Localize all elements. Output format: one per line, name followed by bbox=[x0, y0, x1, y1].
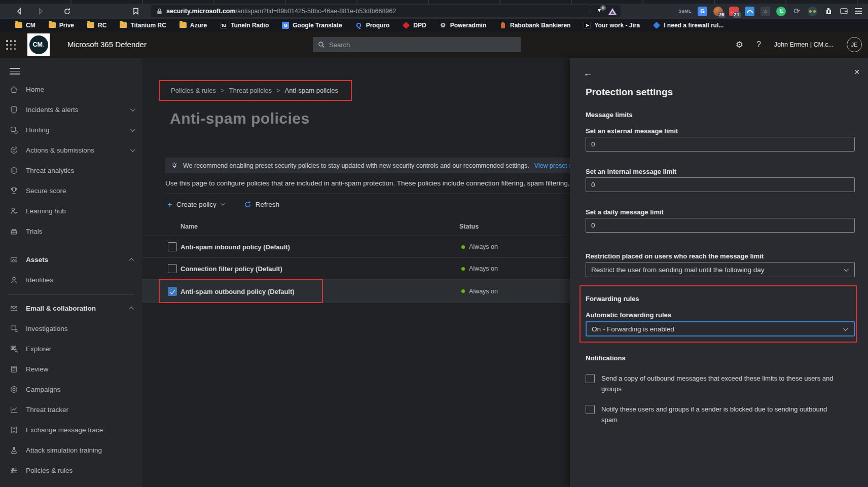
avatar[interactable]: JE bbox=[847, 37, 862, 52]
send-copy-checkbox[interactable] bbox=[586, 374, 595, 383]
column-header-name[interactable]: Name bbox=[180, 223, 198, 230]
panel-back-button[interactable]: ← bbox=[583, 68, 593, 79]
breadcrumb-policies-rules[interactable]: Policies & rules bbox=[171, 87, 216, 94]
sidebar-item-home[interactable]: Home bbox=[0, 80, 142, 100]
sidebar-item-campaigns[interactable]: Campaigns bbox=[0, 380, 142, 400]
daily-limit-label: Set a daily message limit bbox=[586, 208, 664, 216]
sidebar-item-explorer[interactable]: Explorer bbox=[0, 339, 142, 359]
notify-users-checkbox[interactable] bbox=[586, 405, 595, 414]
status-badge: Always on bbox=[461, 243, 498, 250]
bookmark-rc[interactable]: RC bbox=[87, 22, 106, 29]
wallet-icon[interactable] bbox=[839, 7, 849, 16]
translate-extension-icon[interactable]: G bbox=[698, 7, 707, 16]
browser-forward-button[interactable] bbox=[34, 5, 47, 17]
table-header: Name Status bbox=[142, 218, 570, 236]
screenshot-extension-icon[interactable]: ☆ bbox=[761, 7, 770, 16]
bookmark-azure[interactable]: Azure bbox=[179, 22, 207, 29]
table-row-anti-spam-inbound[interactable]: Anti-spam inbound policy (Default) Alway… bbox=[142, 236, 570, 258]
sidebar-item-actions-submissions[interactable]: Actions & submissions bbox=[0, 140, 142, 161]
shield-alert-icon bbox=[10, 105, 18, 114]
daily-limit-input[interactable] bbox=[586, 218, 855, 233]
browser-tab-strip[interactable] bbox=[0, 0, 868, 4]
puzzle-icon bbox=[824, 7, 833, 15]
bookmark-cm[interactable]: CM bbox=[15, 22, 35, 29]
sidebar-item-secure-score[interactable]: Secure score bbox=[0, 181, 142, 201]
screen: security.microsoft.com/antispam?tid=89b0… bbox=[0, 0, 868, 487]
refresh-button[interactable]: Refresh bbox=[244, 201, 279, 208]
bookmark-prive[interactable]: Prive bbox=[49, 22, 74, 29]
help-icon[interactable]: ? bbox=[756, 40, 761, 49]
bookmark-google-translate[interactable]: GGoogle Translate bbox=[282, 22, 342, 29]
bookmark-titanium-rc[interactable]: Titanium RC bbox=[120, 22, 166, 29]
restriction-select[interactable]: Restrict the user from sending mail unti… bbox=[586, 262, 855, 277]
translate-favicon: G bbox=[282, 22, 289, 29]
row-checkbox[interactable] bbox=[168, 242, 177, 251]
sidebar-section-assets[interactable]: Assets bbox=[0, 250, 142, 270]
breadcrumb-threat-policies[interactable]: Threat policies bbox=[229, 87, 272, 94]
green-sync-extension-icon[interactable]: ⇅ bbox=[776, 7, 786, 16]
sidebar-item-hunting[interactable]: Hunting bbox=[0, 120, 142, 140]
review-icon bbox=[10, 365, 18, 373]
sidebar-item-threat-tracker[interactable]: Threat tracker bbox=[0, 400, 142, 420]
folder-icon bbox=[87, 22, 94, 28]
bookmark-tunein[interactable]: tuTuneIn Radio bbox=[220, 22, 269, 29]
brave-rewards-icon[interactable] bbox=[608, 8, 617, 15]
row-checkbox-checked[interactable] bbox=[168, 287, 177, 296]
table-row-anti-spam-outbound[interactable]: Anti-spam outbound policy (Default) Alwa… bbox=[142, 280, 570, 303]
row-checkbox[interactable] bbox=[168, 264, 177, 273]
blue-extension-icon[interactable] bbox=[745, 7, 754, 16]
jira-work-favicon: ➤ bbox=[584, 22, 591, 29]
sidebar-item-policies-rules[interactable]: Policies & rules bbox=[0, 461, 142, 481]
browser-reload-button[interactable] bbox=[61, 5, 73, 17]
privacy-mask-extension-icon[interactable] bbox=[808, 7, 817, 16]
table-row-connection-filter[interactable]: Connection filter policy (Default) Alway… bbox=[142, 258, 570, 280]
back-icon bbox=[16, 8, 23, 15]
chevron-down-icon bbox=[130, 147, 135, 152]
sidebar-item-identities[interactable]: Identities bbox=[0, 270, 142, 290]
sidebar-item-investigations[interactable]: Investigations bbox=[0, 319, 142, 339]
app-header: CM. Microsoft 365 Defender Search ⚙ ? Jo… bbox=[0, 31, 868, 58]
panel-close-button[interactable]: ✕ bbox=[854, 68, 860, 76]
threat-tracker-icon bbox=[10, 405, 18, 414]
bookmark-firewall-rule[interactable]: I need a firewall rul... bbox=[653, 22, 724, 29]
red-dots-extension-icon[interactable]: ... 21 bbox=[729, 7, 739, 16]
bookmark-dpd[interactable]: DPD bbox=[403, 22, 426, 29]
sidebar-item-threat-analytics[interactable]: Threat analytics bbox=[0, 161, 142, 181]
column-header-status[interactable]: Status bbox=[459, 223, 479, 230]
saml-extension-icon[interactable]: SaML bbox=[678, 9, 692, 14]
hunting-icon bbox=[10, 126, 18, 134]
account-label[interactable]: John Ermen | CM.c... bbox=[774, 41, 834, 48]
folder-icon bbox=[179, 22, 187, 28]
sidebar-item-trials[interactable]: Trials bbox=[0, 221, 142, 242]
view-preset-security-link[interactable]: View preset security policies bbox=[534, 162, 570, 169]
address-bar[interactable]: security.microsoft.com/antispam?tid=89b0… bbox=[151, 5, 621, 17]
bookmark-poweradmin[interactable]: ⚙Poweradmin bbox=[440, 22, 486, 29]
internal-limit-input[interactable] bbox=[586, 177, 855, 192]
nav-collapse-icon[interactable] bbox=[10, 68, 20, 74]
sidebar-item-attack-simulation-training[interactable]: Attack simulation training bbox=[0, 440, 142, 461]
sidebar-item-review[interactable]: Review bbox=[0, 359, 142, 380]
sidebar-item-exchange-message-trace[interactable]: Exchange message trace bbox=[0, 420, 142, 440]
folder-icon bbox=[120, 22, 127, 28]
restriction-label: Restriction placed on users who reach th… bbox=[586, 252, 764, 260]
bookmark-jira-work[interactable]: ➤Your work - Jira bbox=[584, 22, 640, 29]
sync-extension-icon[interactable]: ⟳ bbox=[792, 7, 802, 16]
bookmark-this-page-button[interactable] bbox=[130, 5, 142, 17]
automatic-forwarding-select[interactable]: On - Forwarding is enabled bbox=[586, 321, 855, 336]
app-launcher-waffle-icon[interactable] bbox=[6, 40, 16, 50]
brave-shield-icon[interactable]: 6 bbox=[595, 7, 603, 16]
bookmark-proquro[interactable]: QProquro bbox=[355, 22, 390, 29]
sidebar-item-learning-hub[interactable]: Learning hub bbox=[0, 201, 142, 221]
browser-menu-icon[interactable] bbox=[855, 8, 862, 14]
sidebar-section-email-collaboration[interactable]: Email & collaboration bbox=[0, 298, 142, 319]
bookmark-rabobank[interactable]: Rabobank Bankieren bbox=[499, 22, 570, 29]
extensions-puzzle-icon[interactable] bbox=[823, 7, 833, 16]
global-search-input[interactable]: Search bbox=[313, 37, 521, 52]
create-policy-button[interactable]: + Create policy bbox=[167, 200, 224, 209]
sidebar-item-incidents-alerts[interactable]: Incidents & alerts bbox=[0, 100, 142, 120]
settings-gear-icon[interactable]: ⚙ bbox=[736, 40, 743, 50]
browser-back-button[interactable] bbox=[13, 5, 25, 17]
left-nav: Home Incidents & alerts Hunting Actions … bbox=[0, 58, 142, 487]
sphere-extension-icon[interactable]: 26 bbox=[713, 7, 723, 16]
external-limit-input[interactable] bbox=[586, 137, 855, 152]
